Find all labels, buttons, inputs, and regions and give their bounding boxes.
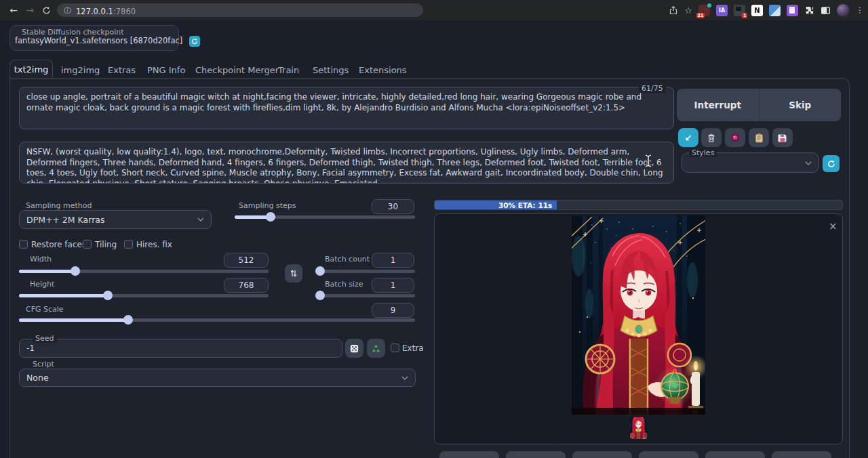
mouse-text-cursor: [644, 154, 653, 168]
url-host: 127.0.0.1: [76, 7, 113, 16]
sampling-steps-label: Sampling steps: [239, 201, 296, 210]
skip-button[interactable]: Skip: [760, 89, 842, 121]
random-seed-button[interactable]: [345, 339, 363, 358]
refresh-icon: [191, 38, 198, 45]
tiling-checkbox[interactable]: [83, 240, 92, 249]
clear-prompt-button[interactable]: [701, 128, 722, 147]
generated-image[interactable]: [572, 215, 705, 415]
sampling-steps-slider[interactable]: [235, 215, 415, 219]
refresh-icon: [827, 160, 835, 168]
save-style-button[interactable]: [772, 128, 793, 147]
gallery-thumbnail[interactable]: [630, 417, 647, 439]
batch-count-slider[interactable]: [316, 270, 415, 273]
height-label: Height: [30, 280, 54, 289]
styles-label: Styles: [689, 148, 717, 157]
progress-label: 30% ETA: 11s: [498, 201, 552, 209]
share-icon[interactable]: [669, 5, 678, 15]
bottom-action-button[interactable]: [639, 451, 698, 458]
seed-input[interactable]: -1: [19, 339, 342, 358]
extension-icon-1[interactable]: 21: [698, 5, 710, 16]
floppy-save-icon: [778, 133, 787, 142]
swap-dimensions-button[interactable]: [285, 264, 302, 283]
extension-icon-3[interactable]: [769, 5, 781, 16]
extra-seed-label: Extra: [402, 344, 424, 353]
width-slider[interactable]: [19, 270, 269, 273]
sampling-method-dropdown[interactable]: DPM++ 2M Karras: [19, 210, 212, 229]
script-label: Script: [30, 360, 57, 369]
tab-settings[interactable]: Settings: [313, 65, 349, 75]
tiling-label: Tiling: [95, 240, 117, 249]
reuse-seed-button[interactable]: [367, 339, 385, 358]
address-bar[interactable]: 127.0.0.1:7860: [57, 3, 423, 17]
side-panel-icon[interactable]: [821, 5, 831, 16]
restore-faces-checkbox[interactable]: [19, 240, 28, 249]
reload-icon[interactable]: [38, 6, 54, 15]
tab-checkpoint-merger[interactable]: Checkpoint Merger: [195, 65, 279, 75]
tab-txt2img[interactable]: txt2img: [9, 60, 53, 79]
extension-icon-notion[interactable]: N: [751, 5, 763, 16]
progress-bar: 30% ETA: 11s: [434, 200, 843, 210]
bottom-action-button[interactable]: [772, 451, 831, 458]
tab-train[interactable]: Train: [278, 65, 299, 75]
extension-icon-ia[interactable]: IA: [716, 5, 728, 16]
bottom-action-button[interactable]: [705, 451, 765, 458]
token-counter: 61/75: [639, 84, 666, 93]
apply-style-button[interactable]: [749, 128, 769, 147]
extra-networks-button[interactable]: [725, 128, 745, 147]
extra-seed-checkbox[interactable]: [391, 344, 399, 352]
styles-refresh-button[interactable]: [823, 155, 840, 172]
cfg-scale-input[interactable]: 9: [372, 303, 414, 318]
bookmark-star-icon[interactable]: ☆: [684, 5, 692, 16]
bottom-action-button[interactable]: [506, 451, 566, 458]
sampling-method-label: Sampling method: [26, 201, 92, 210]
script-dropdown[interactable]: None: [19, 369, 416, 387]
card-icon: [730, 133, 740, 142]
kebab-menu-icon[interactable]: ⋮: [856, 5, 864, 15]
avatar[interactable]: [837, 4, 850, 17]
teal-dot: [707, 3, 711, 7]
generate-actions: Interrupt Skip: [677, 89, 841, 121]
batch-count-input[interactable]: 1: [372, 253, 414, 268]
info-icon[interactable]: [64, 7, 71, 14]
tab-img2img[interactable]: img2img: [61, 65, 100, 75]
interrupt-button[interactable]: Interrupt: [677, 89, 760, 121]
width-input[interactable]: 512: [224, 253, 269, 268]
chevron-down-icon: [197, 217, 204, 222]
checkpoint-refresh-button[interactable]: [189, 36, 200, 47]
url-port: :7860: [113, 7, 136, 16]
batch-size-label: Batch size: [325, 280, 363, 289]
browser-toolbar: ← → 127.0.0.1:7860 ☆ 21 IA 1 N ⋮: [0, 0, 868, 20]
restore-faces-label: Restore faces: [31, 240, 86, 249]
hires-fix-checkbox[interactable]: [124, 240, 133, 249]
cfg-scale-slider[interactable]: [19, 318, 415, 322]
close-icon[interactable]: ×: [829, 220, 837, 232]
batch-size-input[interactable]: 1: [372, 278, 414, 293]
cfg-scale-label: CFG Scale: [26, 305, 64, 314]
extension-badge-21: 21: [696, 13, 705, 18]
batch-count-label: Batch count: [325, 255, 370, 264]
clipboard-icon: [755, 133, 764, 143]
dice-icon: [349, 344, 359, 354]
extension-icon-4[interactable]: [787, 5, 798, 16]
recycle-icon: [371, 344, 381, 354]
forward-icon[interactable]: →: [22, 5, 38, 16]
swap-arrows-icon: [290, 269, 298, 278]
height-input[interactable]: 768: [224, 278, 269, 293]
prompt-input[interactable]: close up angle, portrait of a beautiful …: [19, 87, 674, 129]
checkpoint-dropdown[interactable]: fantasyWorld_v1.safetensors [6870d20fac]: [15, 36, 176, 45]
negative-prompt-input[interactable]: NSFW, (worst quality, low quality:1.4), …: [19, 142, 674, 184]
extension-icon-2[interactable]: 1: [734, 5, 745, 16]
bottom-action-button[interactable]: [572, 451, 632, 458]
paste-generation-params-button[interactable]: ↙: [678, 128, 698, 147]
chevron-down-icon: [401, 376, 408, 380]
tab-extras[interactable]: Extras: [108, 65, 136, 75]
back-icon[interactable]: ←: [5, 5, 22, 16]
batch-size-slider[interactable]: [316, 294, 415, 297]
height-slider[interactable]: [19, 294, 269, 297]
width-label: Width: [30, 255, 52, 264]
sampling-steps-input[interactable]: 30: [372, 199, 414, 214]
tab-extensions[interactable]: Extensions: [359, 65, 407, 75]
bottom-action-button[interactable]: [439, 451, 499, 458]
tab-png-info[interactable]: PNG Info: [147, 65, 185, 75]
extensions-puzzle-icon[interactable]: [804, 5, 814, 16]
